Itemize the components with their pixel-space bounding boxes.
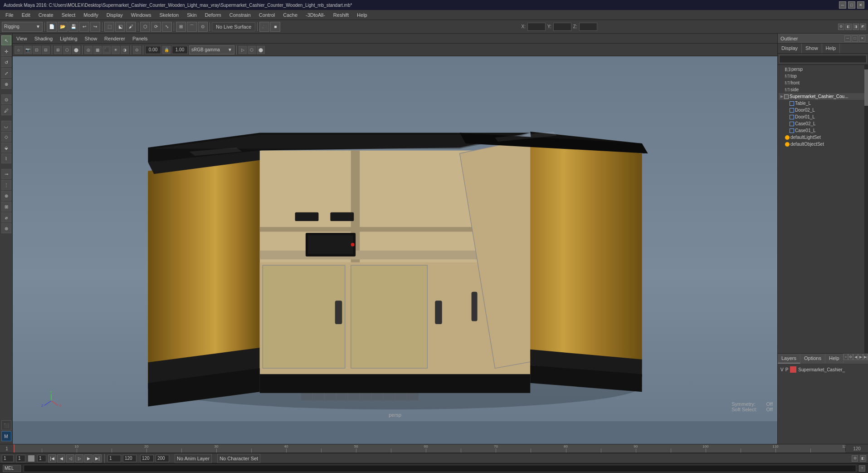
vp-gamma-input[interactable] [172,46,188,54]
vp-home-button[interactable]: ⌂ [15,46,23,54]
menu-skeleton[interactable]: Skeleton [156,11,182,19]
outliner-tab-display[interactable]: Display [778,44,802,53]
rotate-left-button[interactable]: ↺ [1,57,11,67]
outliner-item-default-object-set[interactable]: defaultObjectSet [783,141,867,148]
close-button[interactable]: ✕ [857,1,864,9]
menu-constrain[interactable]: Constrain [226,11,254,19]
cluster-button[interactable]: ⊗ [1,191,11,201]
undo-button[interactable]: ↩ [79,22,89,32]
outliner-search-input[interactable] [779,55,867,63]
vp-wireframe-on-shaded-button[interactable]: ▦ [93,46,102,54]
vp-camera-button[interactable]: 📷 [24,46,32,54]
vp-xray-button[interactable]: ◎ [84,46,93,54]
outliner-content[interactable]: 🎥 persp 🎥 top 🎥 front 🎥 side ▶ [778,65,868,353]
mode-dropdown[interactable]: Rigging ▼ [2,22,43,32]
menu-3dtoall[interactable]: -3DtoAll- [302,11,329,19]
vp-lock-button[interactable]: 🔒 [162,46,171,54]
menu-reshift[interactable]: Reshift [330,11,352,19]
curve-tool-button[interactable]: ◡ [1,121,11,131]
deform-left-button[interactable]: ⌇ [1,153,11,163]
snap-grid-button[interactable]: ⊞ [176,22,186,32]
camera-button[interactable]: 🎥 [259,22,269,32]
layers-next-button[interactable]: ▶ [858,354,863,360]
frame-end-input[interactable] [37,455,46,462]
play-forward-button[interactable]: ▷ [75,454,83,463]
layer-row-supermarket[interactable]: V P Supermarket_Cashier_ [780,365,866,374]
outliner-item-door02-l[interactable]: Door02_L [788,107,867,113]
vp-value-input[interactable] [145,46,161,54]
paint-select-button[interactable]: 🖌 [126,22,136,32]
range-2-input[interactable] [140,455,154,462]
vp-gamma-dropdown[interactable]: sRGB gamma ▼ [189,45,234,54]
move-button[interactable]: ✛ [1,46,11,56]
rotate-button[interactable]: ⟳ [151,22,161,32]
menu-help[interactable]: Help [353,11,371,19]
outliner-tab-help[interactable]: Help [822,44,840,53]
joint-button[interactable]: ⊸ [1,169,11,179]
viewport-menu-show[interactable]: Show [83,35,99,42]
quick-layout-button[interactable]: ⬛ [1,420,11,430]
maximize-button[interactable]: □ [848,1,855,9]
outliner-item-persp[interactable]: 🎥 persp [783,66,867,73]
open-file-button[interactable]: 📂 [58,22,68,32]
z-input[interactable] [579,23,597,31]
snap-curve-button[interactable]: ⌒ [187,22,197,32]
layers-tab-help[interactable]: Help [825,354,844,364]
outliner-item-supermarket-group[interactable]: ▶ Supermarket_Cashier_Cou... [779,93,867,100]
outliner-item-case02-l[interactable]: Case02_L [788,120,867,127]
timeline-ruler[interactable]: 1102030405060708090100110120 [14,444,845,453]
menu-display[interactable]: Display [103,11,127,19]
vp-frame-sel-button[interactable]: ⊟ [42,46,50,54]
outliner-close-button[interactable]: ✕ [859,35,865,42]
viewport-menu-renderer[interactable]: Renderer [102,35,127,42]
sculpt-button[interactable]: ⬙ [1,143,11,153]
minimize-button[interactable]: ─ [839,1,846,9]
x-input[interactable] [527,23,546,31]
soft-select-button[interactable]: ⊙ [1,94,11,104]
lasso-select-button[interactable]: ⬕ [115,22,125,32]
paint-attr-button[interactable]: 🖊 [1,105,11,115]
layers-end-button[interactable]: ▶| [863,354,868,360]
scale-left-button[interactable]: ⤢ [1,68,11,78]
go-start-button[interactable]: |◀ [48,454,56,463]
layers-tab-layers[interactable]: Layers [778,354,800,364]
right-icon-2[interactable]: ◧ [845,24,852,30]
poly-button[interactable]: ◇ [1,132,11,142]
current-frame-input[interactable] [2,455,14,462]
viewport-menu-view[interactable]: View [15,35,29,42]
range-3-input[interactable] [156,455,169,462]
vp-frame-all-button[interactable]: ⊡ [33,46,41,54]
menu-file[interactable]: File [2,11,17,19]
layers-tab-options[interactable]: Options [800,354,825,364]
menu-select[interactable]: Select [58,11,79,19]
command-icon-1[interactable]: ? [859,465,865,472]
outliner-item-side[interactable]: 🎥 side [783,86,867,93]
outliner-item-case01-l[interactable]: Case01_L [788,127,867,134]
step-back-button[interactable]: ◀ [57,454,65,463]
outliner-item-default-light-set[interactable]: defaultLightSet [783,134,867,141]
play-back-button[interactable]: ◁ [66,454,74,463]
menu-cache[interactable]: Cache [279,11,301,19]
vp-render-seq-button[interactable]: ▷ [239,46,247,54]
lattice-button[interactable]: ⊞ [1,202,11,212]
outliner-scrollbar-thumb[interactable] [864,69,868,106]
translate-button[interactable]: ⬡ [140,22,150,32]
range-end-input[interactable] [123,455,137,462]
menu-deform[interactable]: Deform [201,11,225,19]
y-input[interactable] [553,23,571,31]
render-button[interactable]: ■ [270,22,280,32]
select-arrow-button[interactable]: ↖ [1,35,11,45]
viewport-menu-shading[interactable]: Shading [33,35,54,42]
vp-shadow-button[interactable]: ◑ [121,46,129,54]
layers-options-button[interactable]: ⚙ [848,354,853,360]
vp-ipr-button[interactable]: ⬡ [248,46,256,54]
ik-button[interactable]: ⋮ [1,180,11,190]
menu-windows[interactable]: Windows [127,11,155,19]
snap-point-button[interactable]: ⊙ [198,22,208,32]
bottom-icon-2[interactable]: ◧ [860,455,866,462]
outliner-maximize-button[interactable]: □ [852,35,858,42]
redo-button[interactable]: ↪ [90,22,100,32]
save-file-button[interactable]: 💾 [68,22,78,32]
right-icon-1[interactable]: ⚙ [838,24,844,30]
layers-prev-button[interactable]: ◀ [853,354,858,360]
